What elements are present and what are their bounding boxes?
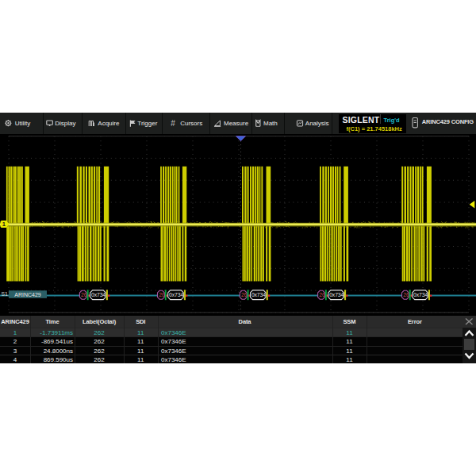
svg-text:S1: S1 — [2, 291, 9, 297]
svg-text:#: # — [171, 120, 175, 129]
svg-text:1: 1 — [2, 221, 6, 228]
svg-text:ARINC429: ARINC429 — [14, 292, 41, 298]
